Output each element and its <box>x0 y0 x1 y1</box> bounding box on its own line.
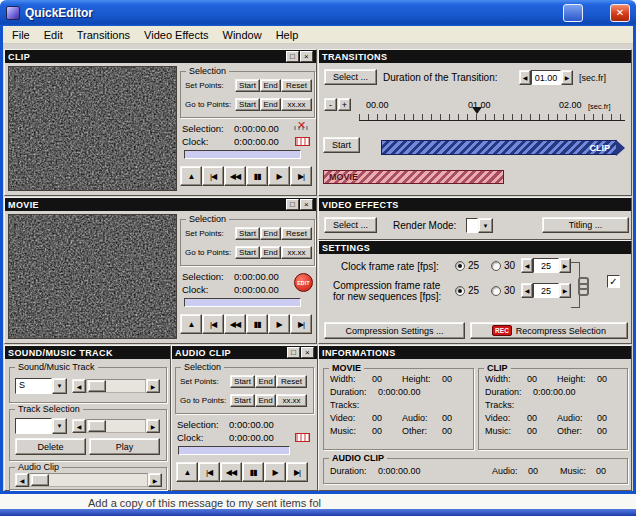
go-end-button[interactable]: End <box>255 394 276 407</box>
delete-button[interactable]: Delete <box>15 438 86 455</box>
link-rates-checkbox[interactable]: ✓ <box>607 275 620 288</box>
close-button[interactable]: ✕ <box>610 4 630 22</box>
set-start-button[interactable]: Start <box>235 79 260 92</box>
slider-left-arrow[interactable]: ◀ <box>72 419 86 433</box>
menu-transitions[interactable]: Transitions <box>70 27 137 43</box>
go-end-button[interactable]: End <box>260 246 281 259</box>
skip-back-button[interactable]: |◀ <box>202 314 224 334</box>
slider-track[interactable] <box>86 419 146 433</box>
set-start-button[interactable]: Start <box>230 375 255 388</box>
go-xxxx-button[interactable]: xx.xx <box>276 394 307 407</box>
chevron-down-icon[interactable]: ▼ <box>52 418 67 434</box>
menu-edit[interactable]: Edit <box>37 27 70 43</box>
rewind-button[interactable]: ◀◀ <box>220 462 242 482</box>
transition-select-button[interactable]: Select ... <box>324 69 377 85</box>
comp-rate-value[interactable]: 25 <box>533 283 559 298</box>
menu-video-effects[interactable]: Video Effects <box>137 27 215 43</box>
slider-track[interactable] <box>29 473 148 487</box>
go-xxxx-button[interactable]: xx.xx <box>281 246 312 259</box>
menu-help[interactable]: Help <box>269 27 306 43</box>
skip-back-button[interactable]: |◀ <box>198 462 220 482</box>
menu-window[interactable]: Window <box>216 27 269 43</box>
slider-thumb[interactable] <box>88 380 106 392</box>
set-reset-button[interactable]: Reset <box>281 227 312 240</box>
clock-rate-30-radio[interactable]: 30 <box>491 260 515 271</box>
slider-left-arrow[interactable]: ◀ <box>15 473 29 487</box>
slider-thumb[interactable] <box>31 474 49 486</box>
set-reset-button[interactable]: Reset <box>281 79 312 92</box>
timeline-marker-icon[interactable] <box>472 107 482 114</box>
eject-button[interactable]: ▲ <box>176 462 198 482</box>
audio-clip-slider[interactable]: ◀ ▶ <box>15 473 162 487</box>
menu-file[interactable]: File <box>5 27 37 43</box>
set-reset-button[interactable]: Reset <box>276 375 307 388</box>
slider-left-arrow[interactable]: ◀ <box>72 379 86 393</box>
slider-right-arrow[interactable]: ▶ <box>146 379 160 393</box>
go-start-button[interactable]: Start <box>235 98 260 111</box>
recompress-selection-button[interactable]: REC Recompress Selection <box>470 322 628 339</box>
comp-rate-30-radio[interactable]: 30 <box>491 285 515 296</box>
transition-start-button[interactable]: Start <box>323 137 360 153</box>
go-start-button[interactable]: Start <box>230 394 255 407</box>
spinner-left-arrow[interactable]: ◀ <box>521 283 533 298</box>
clip-panel-close-button[interactable]: × <box>300 51 313 62</box>
play-button[interactable]: ▶ <box>268 166 290 186</box>
play-button[interactable]: ▶ <box>264 462 286 482</box>
transition-duration-value[interactable]: 01.00 <box>531 70 561 85</box>
movie-progress-bar[interactable] <box>184 298 301 307</box>
render-mode-dropdown[interactable]: ▼ <box>466 218 493 233</box>
comp-rate-25-radio[interactable]: 25 <box>455 285 479 296</box>
zoom-in-button[interactable]: + <box>338 98 351 111</box>
audio-progress-bar[interactable] <box>178 446 290 455</box>
go-start-button[interactable]: Start <box>235 246 260 259</box>
skip-forward-button[interactable]: ▶| <box>290 314 312 334</box>
set-end-button[interactable]: End <box>255 375 276 388</box>
track-selection-slider[interactable]: ◀ ▶ <box>72 419 160 433</box>
pause-button[interactable]: ▮▮ <box>242 462 264 482</box>
clip-panel-box-button[interactable]: □ <box>286 51 299 62</box>
audio-clip-panel-close-button[interactable]: × <box>301 347 314 358</box>
slider-right-arrow[interactable]: ▶ <box>148 473 162 487</box>
rewind-button[interactable]: ◀◀ <box>224 314 246 334</box>
skip-back-button[interactable]: |◀ <box>202 166 224 186</box>
rewind-button[interactable]: ◀◀ <box>224 166 246 186</box>
spinner-right-arrow[interactable]: ▶ <box>561 70 573 85</box>
effect-select-button[interactable]: Select ... <box>324 217 377 233</box>
spinner-left-arrow[interactable]: ◀ <box>521 258 533 273</box>
audio-clip-panel-box-button[interactable]: □ <box>287 347 300 358</box>
movie-panel-box-button[interactable]: □ <box>286 199 299 210</box>
zoom-out-button[interactable]: - <box>324 98 337 111</box>
spinner-left-arrow[interactable]: ◀ <box>519 70 531 85</box>
slider-track[interactable] <box>86 379 146 393</box>
spinner-right-arrow[interactable]: ▶ <box>559 258 571 273</box>
movie-panel-close-button[interactable]: × <box>300 199 313 210</box>
skip-forward-button[interactable]: ▶| <box>290 166 312 186</box>
set-start-button[interactable]: Start <box>235 227 260 240</box>
clock-rate-25-radio[interactable]: 25 <box>455 260 479 271</box>
sound-track-dropdown[interactable]: S ▼ <box>15 378 67 394</box>
spinner-right-arrow[interactable]: ▶ <box>559 283 571 298</box>
slider-thumb[interactable] <box>88 420 106 432</box>
sound-track-slider[interactable]: ◀ ▶ <box>72 379 160 393</box>
go-end-button[interactable]: End <box>260 98 281 111</box>
clip-progress-bar[interactable] <box>184 150 301 159</box>
titling-button[interactable]: Titling ... <box>542 217 629 233</box>
timeline-movie-bar[interactable]: MOVIE <box>323 170 504 184</box>
clock-rate-value[interactable]: 25 <box>533 258 559 273</box>
compression-settings-button[interactable]: Compression Settings ... <box>324 322 465 339</box>
eject-button[interactable]: ▲ <box>180 314 202 334</box>
play-button[interactable]: Play <box>89 438 160 455</box>
set-end-button[interactable]: End <box>260 79 281 92</box>
pause-button[interactable]: ▮▮ <box>246 166 268 186</box>
go-xxxx-button[interactable]: xx.xx <box>281 98 312 111</box>
chevron-down-icon[interactable]: ▼ <box>52 378 67 394</box>
play-button[interactable]: ▶ <box>268 314 290 334</box>
slider-right-arrow[interactable]: ▶ <box>146 419 160 433</box>
chevron-down-icon[interactable]: ▼ <box>478 218 493 233</box>
pause-button[interactable]: ▮▮ <box>246 314 268 334</box>
timeline-clip-bar[interactable]: CLIP <box>381 140 617 155</box>
skip-forward-button[interactable]: ▶| <box>286 462 308 482</box>
set-end-button[interactable]: End <box>260 227 281 240</box>
eject-button[interactable]: ▲ <box>180 166 202 186</box>
title-bar[interactable]: QuickEditor _ ✕ <box>0 0 636 26</box>
